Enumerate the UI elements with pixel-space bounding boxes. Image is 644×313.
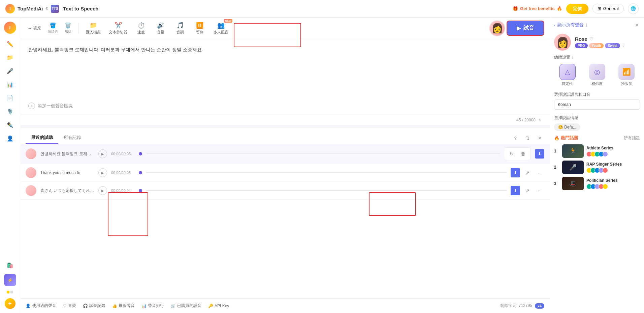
rapper-thumb-bg: 🎤	[562, 161, 584, 174]
trial-records-link[interactable]: 🎧 試聽記錄	[83, 303, 105, 309]
tab-all-records[interactable]: 所有記錄	[58, 132, 87, 144]
stability-icon-wrapper[interactable]: △	[559, 64, 576, 80]
time-2: 00:00/00:03	[111, 171, 135, 175]
settings-info-icon: ℹ	[572, 55, 573, 60]
play-button-1[interactable]: ▶	[98, 149, 107, 158]
volume-button[interactable]: 🔊 音量	[152, 20, 170, 37]
recent-actions: ? ⇅ ✕	[511, 133, 544, 143]
user-avatar[interactable]: I	[4, 22, 16, 34]
pitch-button[interactable]: 🎵 音調	[171, 20, 189, 37]
refresh-icon[interactable]: ↻	[538, 118, 542, 122]
sidebar-badge[interactable]: ⚡	[4, 274, 16, 286]
hot-avatars-1	[586, 151, 613, 157]
progress-dot-2[interactable]	[139, 171, 142, 174]
panel-close-button[interactable]: ✕	[633, 22, 640, 28]
add-block-button[interactable]: + 添加一個聲音區塊	[20, 100, 550, 115]
play-button-2[interactable]: ▶	[98, 168, 107, 177]
sort-button[interactable]: ⇅	[523, 133, 532, 143]
sidebar-item-shop[interactable]: 🛍️	[4, 259, 16, 271]
multi-voice-label: 多人配音	[214, 30, 228, 35]
amplify-setting[interactable]: 📶 誇張度	[613, 64, 640, 86]
sidebar-add-button[interactable]: +	[5, 298, 15, 309]
time-1: 00:00/00:05	[111, 152, 135, 156]
similarity-icon-wrapper[interactable]: ◎	[589, 64, 605, 80]
get-free-button[interactable]: 🎁 Get free benefits 🔥	[513, 6, 562, 11]
tab-recent[interactable]: 最近的試聽	[26, 132, 58, 144]
language-button[interactable]: 🌐	[628, 3, 639, 14]
text-area-wrapper: 안녕하세요, 블랙핑크 로제입니다! 여러분과 무대에서 만나는 순간이 정말 …	[20, 39, 550, 125]
favorites-link[interactable]: ♡ 喜愛	[63, 303, 76, 309]
erase-button[interactable]: 🪣 吸除色	[45, 21, 61, 35]
sidebar-item-brush[interactable]: ✏️	[4, 38, 16, 50]
ranking-link[interactable]: 📊 聲音排行	[141, 303, 164, 309]
progress-bar-2[interactable]	[146, 172, 507, 173]
sidebar-item-page[interactable]: 📄	[4, 92, 16, 104]
delete-button[interactable]: 🗑	[518, 149, 528, 159]
pause-button[interactable]: ⏸️ 暫停	[191, 20, 209, 37]
panel-header: ‹ 顯示所有聲音 ℹ ✕	[554, 22, 640, 28]
language-select[interactable]: Korean	[554, 99, 640, 110]
emotion-selector[interactable]: 😊 Defa...	[554, 123, 580, 131]
hot-avatars-3	[586, 184, 618, 189]
pricing-button[interactable]: 定價	[566, 4, 588, 14]
similarity-setting[interactable]: ◎ 相似度	[584, 64, 611, 86]
hot-all-button[interactable]: 所有話題	[624, 135, 640, 141]
regenerate-button[interactable]: ↻	[507, 149, 516, 159]
share-button-3[interactable]: ⇗	[523, 186, 532, 195]
favorite-heart-icon[interactable]: ♡	[589, 36, 593, 41]
amplify-icon: 📶	[622, 68, 631, 76]
voice-avatar-thumb[interactable]: 👩	[489, 20, 505, 36]
speed-button[interactable]: ⏱️ 速度	[132, 20, 150, 37]
play-button-3[interactable]: ▶	[98, 186, 107, 195]
headphone-icon: 🎧	[83, 304, 88, 308]
progress-dot-1[interactable]	[139, 152, 142, 155]
general-button[interactable]: ⊞ General	[592, 4, 624, 13]
more-button-2[interactable]: ···	[535, 168, 544, 177]
progress-bar-3[interactable]	[146, 190, 507, 191]
trial-list: 안녕하세요 블랙핑크 로재입... ▶ 00:00/00:05 ↻ 🗑 ⬇ Th…	[20, 144, 550, 298]
purchased-link[interactable]: 🛒 已購買的語音	[171, 303, 201, 309]
download-button-3[interactable]: ⬇	[511, 186, 520, 195]
download-button-1[interactable]: ⬇	[535, 149, 544, 159]
trial-item: Thank you so much fo ▶ 00:00/00:03 ⬇ ⇗ ·…	[20, 164, 550, 182]
gift-icon: 🎁	[513, 6, 518, 11]
share-button-2[interactable]: ⇗	[523, 168, 532, 177]
multi-voice-button[interactable]: NEW 👥 多人配音	[210, 20, 232, 37]
grid-icon: ⊞	[598, 6, 601, 11]
help-button[interactable]: ?	[511, 133, 520, 143]
close-recent-button[interactable]: ✕	[535, 133, 544, 143]
progress-dot-3[interactable]	[139, 189, 142, 192]
more-button-3[interactable]: ···	[535, 186, 544, 195]
text-cut-button[interactable]: ✂️ 文本剪切器	[105, 20, 131, 37]
hot-item-2[interactable]: 2 🎤 RAP Singer Series	[554, 161, 640, 174]
sidebar-item-person[interactable]: 👤	[4, 132, 16, 144]
bottom-bar: 👤 使用過的聲音 ♡ 喜愛 🎧 試聽記錄 👍 推薦聲音 📊 聲音排行 🛒 已購買…	[20, 298, 550, 313]
stability-setting[interactable]: △ 穩定性	[554, 64, 581, 86]
similarity-icon: ◎	[594, 68, 600, 76]
text-editor[interactable]: 안녕하세요, 블랙핑크 로제입니다! 여러분과 무대에서 만나는 순간이 정말 …	[20, 39, 550, 100]
tag-more[interactable]: ⋮	[621, 43, 625, 48]
show-all-voices-button[interactable]: ‹ 顯示所有聲音 ℹ	[554, 22, 587, 28]
undo-button[interactable]: ↩ 復原	[26, 24, 44, 32]
sidebar-item-edit[interactable]: ✒️	[4, 119, 16, 131]
sidebar-item-mic[interactable]: 🎙️	[4, 105, 16, 117]
general-label: General	[603, 6, 619, 11]
api-key-link[interactable]: 🔑 API Key	[208, 304, 229, 308]
hot-item-3[interactable]: 3 🎩 Politician Series	[554, 177, 640, 190]
sidebar-item-voice[interactable]: 🎤	[4, 65, 16, 77]
sidebar-item-folder[interactable]: 📁	[4, 51, 16, 63]
progress-bar-1[interactable]	[146, 153, 500, 154]
recommend-link[interactable]: 👍 推薦聲音	[112, 303, 135, 309]
used-voice-link[interactable]: 👤 使用過的聲音	[26, 303, 56, 309]
topbar: I TopMediAi® TTS Text to Speech 🎁 Get fr…	[0, 0, 644, 18]
sidebar-item-chart[interactable]: 📊	[4, 78, 16, 90]
trial-button[interactable]: ▶ 試音	[507, 21, 544, 36]
download-button-2[interactable]: ⬇	[511, 168, 520, 177]
import-button[interactable]: 📁 匯入檔案	[83, 20, 104, 37]
speed-badge: x4	[535, 303, 544, 309]
bar-chart-icon: 📊	[141, 304, 147, 308]
hot-info-3: Politician Series	[586, 178, 618, 189]
clear-button[interactable]: 🗑️ 清除	[62, 21, 74, 35]
hot-item-1[interactable]: 1 🏃 Athlete Series	[554, 144, 640, 158]
amplify-icon-wrapper[interactable]: 📶	[618, 64, 635, 80]
